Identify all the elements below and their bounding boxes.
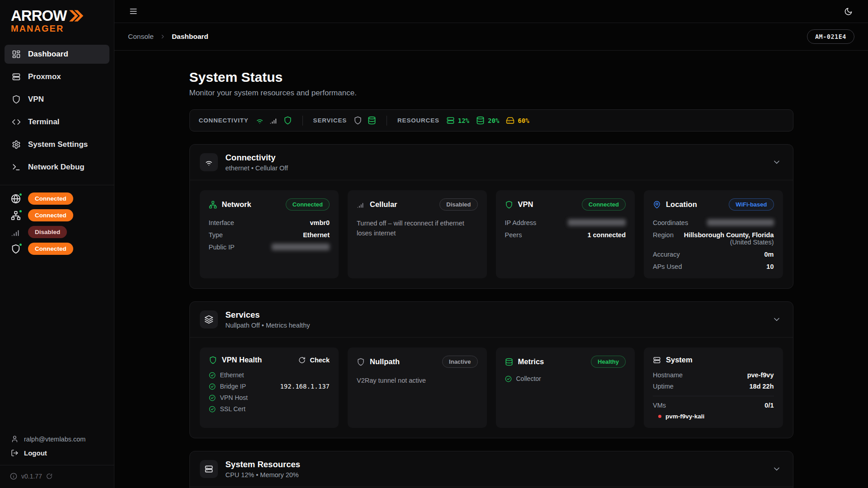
gear-icon — [12, 140, 21, 149]
section-title: System Resources — [226, 460, 301, 469]
user-email: ralph@vtemlabs.com — [24, 436, 85, 443]
section-subtitle: Nullpath Off • Metrics healthy — [226, 322, 310, 329]
sidebar-item-label: Network Debug — [28, 163, 85, 172]
version-row: v0.1.77 — [0, 465, 114, 488]
collapse-button[interactable] — [770, 313, 783, 326]
network-icon — [209, 201, 217, 209]
redacted-value — [568, 219, 626, 226]
status-badge: Connected — [28, 192, 73, 205]
network-icon — [11, 211, 21, 221]
card-title: Location — [666, 200, 697, 209]
status-badge: Connected — [28, 243, 73, 255]
shield-icon — [354, 116, 362, 125]
metrics-card: Metrics Healthy Collector — [496, 347, 635, 428]
detail-row: Public IP — [209, 244, 330, 251]
system-card: System Hostname pve-f9vy Uptime 18d 22h — [644, 347, 783, 428]
breadcrumb: Console Dashboard — [128, 33, 208, 41]
user-icon — [11, 435, 19, 443]
summary-disk-stat: 60% — [506, 116, 529, 125]
breadcrumb-console[interactable]: Console — [128, 33, 154, 41]
collapse-button[interactable] — [770, 156, 783, 169]
card-title: System — [666, 356, 693, 364]
services-header[interactable]: Services Nullpath Off • Metrics healthy — [190, 302, 793, 338]
menu-toggle-button[interactable] — [127, 5, 140, 18]
shield-icon — [283, 116, 292, 125]
location-card: Location WiFi-based Coordinates Region — [644, 190, 783, 278]
card-title: Cellular — [370, 200, 397, 209]
sidebar-item-dashboard[interactable]: Dashboard — [5, 45, 109, 64]
layers-icon — [200, 310, 218, 328]
shield-icon — [357, 358, 365, 366]
detail-row: Region Hillsborough County, Florida (Uni… — [653, 231, 774, 246]
check-row: Collector — [505, 375, 626, 382]
shield-icon — [505, 201, 513, 209]
refresh-icon[interactable] — [46, 473, 52, 479]
status-row-internet: Connected — [11, 192, 103, 205]
section-subtitle: ethernet • Cellular Off — [226, 164, 288, 172]
chevron-down-icon — [772, 158, 781, 167]
summary-cpu-value: 12% — [458, 117, 469, 124]
peers-value: 1 connected — [587, 231, 626, 239]
code-icon — [12, 117, 21, 127]
page-title: System Status — [189, 70, 793, 85]
content-scroll[interactable]: System Status Monitor your system resour… — [114, 51, 868, 488]
resources-section: System Resources CPU 12% • Memory 20% CP… — [189, 451, 793, 488]
sidebar-item-terminal[interactable]: Terminal — [5, 113, 109, 131]
status-badge: WiFi-based — [729, 198, 774, 211]
card-title: VPN — [518, 200, 533, 209]
summary-services-label: SERVICES — [313, 117, 347, 124]
logout-icon — [11, 449, 19, 457]
vpn-health-card: VPN Health Check Ethernet — [200, 347, 339, 428]
theme-toggle-button[interactable] — [842, 5, 854, 18]
sidebar-item-vpn[interactable]: VPN — [5, 90, 109, 109]
divider — [653, 396, 774, 396]
cellular-card: Cellular Disabled Turned off – will reco… — [348, 190, 487, 278]
summary-connectivity-label: CONNECTIVITY — [199, 117, 249, 124]
sidebar-item-system-settings[interactable]: System Settings — [5, 135, 109, 154]
check-row: SSL Cert — [209, 405, 330, 413]
redacted-value — [707, 219, 774, 226]
check-circle-icon — [505, 375, 512, 382]
connectivity-header[interactable]: Connectivity ethernet • Cellular Off — [190, 145, 793, 180]
sidebar-item-label: VPN — [28, 95, 44, 104]
nullpath-card: Nullpath Inactive V2Ray tunnel not activ… — [348, 347, 487, 428]
uptime-value: 18d 22h — [750, 383, 774, 390]
card-title: Network — [222, 200, 251, 209]
database-icon — [368, 116, 376, 125]
vms-row: VMs 0/1 — [653, 402, 774, 409]
vms-count-value: 0/1 — [764, 402, 774, 409]
check-circle-icon — [209, 383, 216, 390]
brand-logo: ARROW MANAGER — [0, 0, 114, 38]
detail-row: IP Address — [505, 219, 626, 226]
vm-name: pvm-f9vy-kali — [665, 413, 704, 420]
vpn-card: VPN Connected IP Address Peers — [496, 190, 635, 278]
type-value: Ethernet — [303, 231, 330, 239]
status-row-cellular: Disabled — [11, 226, 103, 238]
sidebar-status-list: Connected Connected Disabled — [0, 185, 114, 262]
status-badge: Connected — [28, 209, 73, 221]
detail-row: Accuracy 0m — [653, 251, 774, 258]
logout-button[interactable]: Logout — [11, 449, 103, 457]
card-title: Metrics — [518, 357, 544, 366]
vpn-check-button[interactable]: Check — [298, 357, 330, 364]
sidebar-item-proxmox[interactable]: Proxmox — [5, 67, 109, 86]
bridge-ip-value: 192.168.1.137 — [280, 383, 330, 390]
aps-used-value: 10 — [766, 263, 774, 270]
status-badge: Disabled — [28, 226, 67, 238]
interface-value: vmbr0 — [310, 219, 330, 226]
breadcrumb-bar: Console Dashboard AM-021E4 — [114, 23, 868, 51]
check-row: VPN Host — [209, 394, 330, 401]
resources-header[interactable]: System Resources CPU 12% • Memory 20% — [190, 451, 793, 487]
collapse-button[interactable] — [770, 463, 783, 475]
info-icon — [10, 473, 17, 480]
server-icon — [653, 356, 661, 364]
check-row: Ethernet — [209, 371, 330, 379]
detail-row: Uptime 18d 22h — [653, 383, 774, 390]
hamburger-icon — [129, 7, 138, 16]
status-badge: Healthy — [591, 356, 626, 368]
terminal-icon — [12, 163, 21, 172]
dashboard-icon — [12, 50, 21, 59]
summary-disk-value: 60% — [518, 117, 529, 124]
detail-row: Coordinates — [653, 219, 774, 226]
sidebar-item-network-debug[interactable]: Network Debug — [5, 158, 109, 177]
